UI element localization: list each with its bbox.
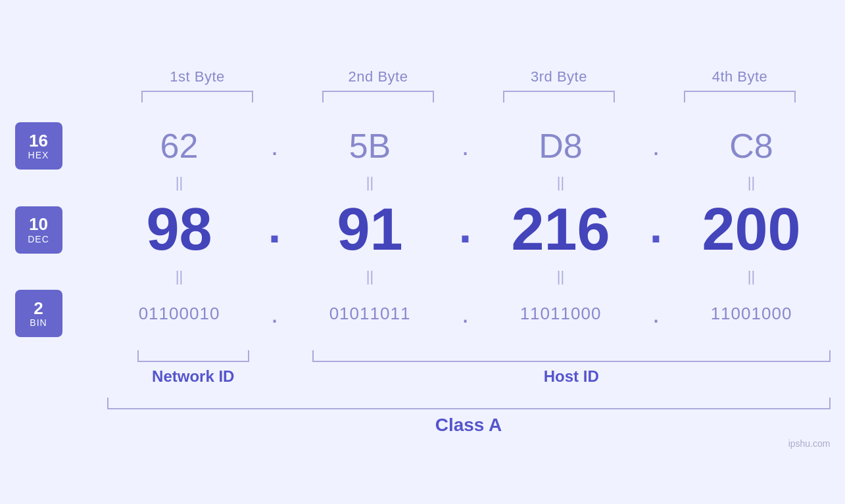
dec-value-2: 91	[337, 196, 402, 262]
dec-value-4: 200	[702, 196, 800, 262]
bin-cell-1: 01100010	[101, 304, 258, 324]
byte-headers-row: 1st Byte 2nd Byte 3rd Byte 4th Byte	[107, 68, 831, 85]
host-bracket	[312, 350, 831, 362]
main-container: 1st Byte 2nd Byte 3rd Byte 4th Byte 16 H…	[15, 68, 831, 436]
top-bracket-2	[288, 91, 469, 103]
bracket-top-1	[141, 91, 253, 103]
dec-value-1: 98	[146, 196, 212, 262]
top-bracket-4	[650, 91, 831, 103]
bin-value-1: 01100010	[139, 304, 220, 323]
host-id-label: Host ID	[312, 367, 831, 386]
hex-value-4: C8	[729, 127, 773, 165]
hex-value-2: 5B	[349, 127, 391, 165]
network-bracket-cell	[107, 350, 280, 362]
bin-cells: 01100010 . 01011011 . 11011000 . 1100100…	[101, 299, 831, 329]
dec-cell-1: 98	[101, 196, 258, 263]
bin-dot-3: .	[640, 299, 673, 329]
dec-cells: 98 . 91 . 216 . 200	[101, 196, 831, 263]
bracket-top-3	[503, 91, 615, 103]
dec-label: 10 DEC	[15, 206, 101, 254]
eq-4: ||	[673, 174, 831, 191]
host-bracket-cell	[312, 350, 831, 362]
hex-label: 16 HEX	[15, 122, 101, 170]
eq2-1: ||	[101, 268, 258, 285]
network-id-label: Network ID	[107, 367, 280, 386]
bin-cell-3: 11011000	[482, 304, 640, 324]
hex-dot-2: .	[449, 131, 482, 161]
bin-badge: 2 BIN	[15, 290, 62, 337]
id-labels-row: Network ID Host ID	[107, 367, 831, 386]
class-a-label: Class A	[107, 415, 831, 436]
dec-cell-3: 216	[482, 196, 640, 263]
hex-dot-3: .	[640, 131, 673, 161]
dec-cell-4: 200	[673, 196, 831, 263]
dec-value-3: 216	[511, 196, 610, 262]
bin-badge-text: BIN	[30, 317, 47, 328]
eq2-3: ||	[482, 268, 640, 285]
byte-header-4: 4th Byte	[650, 68, 831, 85]
eq2-4: ||	[673, 268, 831, 285]
dec-cell-2: 91	[291, 196, 449, 263]
hex-dot-1: .	[258, 131, 291, 161]
eq-3: ||	[482, 174, 640, 191]
bracket-top-4	[684, 91, 796, 103]
byte-header-3: 3rd Byte	[469, 68, 650, 85]
bin-label: 2 BIN	[15, 290, 101, 337]
bottom-brackets	[107, 344, 831, 362]
bottom-section: Network ID Host ID Class A	[107, 344, 831, 436]
bin-dot-2: .	[449, 299, 482, 329]
dec-dot-2: .	[449, 200, 482, 253]
hex-value-1: 62	[160, 127, 199, 165]
bracket-top-2	[322, 91, 434, 103]
bin-badge-num: 2	[34, 299, 43, 318]
bin-value-4: 11001000	[711, 304, 792, 323]
top-bracket-3	[469, 91, 650, 103]
bin-row: 2 BIN 01100010 . 01011011 . 11011000 . 1…	[15, 290, 831, 337]
dec-badge-num: 10	[29, 215, 48, 234]
bin-value-3: 11011000	[520, 304, 602, 323]
hex-cell-3: D8	[482, 126, 640, 166]
byte-header-2: 2nd Byte	[288, 68, 469, 85]
equals-row-2: || || || ||	[101, 263, 831, 290]
byte-header-1: 1st Byte	[107, 68, 288, 85]
bin-cell-2: 01011011	[291, 304, 449, 324]
hex-row: 16 HEX 62 . 5B . D8 . C8	[15, 122, 831, 170]
label-spacer	[279, 367, 312, 386]
dec-row: 10 DEC 98 . 91 . 216 . 200	[15, 196, 831, 263]
eq-2: ||	[291, 174, 449, 191]
dec-badge-text: DEC	[28, 234, 49, 244]
class-section: Class A	[107, 398, 831, 436]
network-bracket	[137, 350, 249, 362]
top-bracket-1	[107, 91, 288, 103]
hex-cell-1: 62	[101, 126, 258, 166]
hex-badge: 16 HEX	[15, 122, 62, 170]
eq2-2: ||	[291, 268, 449, 285]
dec-dot-3: .	[640, 200, 673, 253]
hex-badge-num: 16	[29, 131, 48, 150]
dec-badge: 10 DEC	[15, 206, 62, 254]
bin-value-2: 01011011	[329, 304, 411, 323]
bin-dot-1: .	[258, 299, 291, 329]
equals-row-1: || || || ||	[101, 170, 831, 196]
watermark: ipshu.com	[788, 438, 831, 449]
hex-cells: 62 . 5B . D8 . C8	[101, 126, 831, 166]
dec-dot-1: .	[258, 200, 291, 253]
class-bracket	[107, 398, 831, 409]
bin-cell-4: 11001000	[673, 304, 831, 324]
top-brackets-row	[107, 91, 831, 103]
hex-badge-text: HEX	[28, 150, 49, 160]
eq-1: ||	[101, 174, 258, 191]
hex-cell-2: 5B	[291, 126, 449, 166]
hex-cell-4: C8	[673, 126, 831, 166]
hex-value-3: D8	[539, 127, 582, 165]
